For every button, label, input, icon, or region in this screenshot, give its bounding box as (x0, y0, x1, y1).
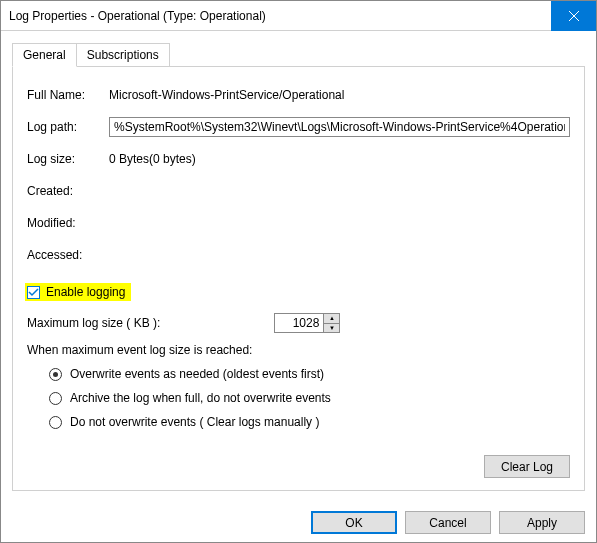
radio-donot-label: Do not overwrite events ( Clear logs man… (70, 415, 319, 429)
overflow-heading: When maximum event log size is reached: (27, 343, 570, 357)
modified-label: Modified: (27, 216, 109, 230)
window-title: Log Properties - Operational (Type: Oper… (9, 9, 266, 23)
general-panel: Full Name: Microsoft-Windows-PrintServic… (12, 66, 585, 491)
tabstrip: General Subscriptions (12, 43, 585, 67)
max-log-label: Maximum log size ( KB ): (27, 316, 160, 330)
radio-overwrite-label: Overwrite events as needed (oldest event… (70, 367, 324, 381)
logpath-input[interactable] (109, 117, 570, 137)
spinner-down[interactable]: ▼ (324, 324, 339, 333)
max-log-spinner: ▲ ▼ (274, 313, 340, 333)
close-icon (569, 11, 579, 21)
tab-subscriptions[interactable]: Subscriptions (77, 43, 170, 67)
radio-overwrite[interactable] (49, 368, 62, 381)
clear-log-button[interactable]: Clear Log (484, 455, 570, 478)
dialog-footer: OK Cancel Apply (1, 499, 596, 534)
radio-archive-label: Archive the log when full, do not overwr… (70, 391, 331, 405)
logpath-label: Log path: (27, 120, 109, 134)
titlebar: Log Properties - Operational (Type: Oper… (1, 1, 596, 31)
cancel-button[interactable]: Cancel (405, 511, 491, 534)
tab-general[interactable]: General (12, 43, 77, 67)
spinner-up[interactable]: ▲ (324, 314, 339, 324)
enable-logging-label: Enable logging (46, 285, 125, 299)
radio-donot[interactable] (49, 416, 62, 429)
fullname-label: Full Name: (27, 88, 109, 102)
apply-button[interactable]: Apply (499, 511, 585, 534)
enable-logging-row: Enable logging (25, 283, 131, 301)
close-button[interactable] (551, 1, 596, 31)
radio-archive[interactable] (49, 392, 62, 405)
fullname-value: Microsoft-Windows-PrintService/Operation… (109, 88, 570, 102)
max-log-input[interactable] (274, 313, 324, 333)
logsize-label: Log size: (27, 152, 109, 166)
logsize-value: 0 Bytes(0 bytes) (109, 152, 570, 166)
enable-logging-checkbox[interactable] (27, 286, 40, 299)
accessed-label: Accessed: (27, 248, 109, 262)
ok-button[interactable]: OK (311, 511, 397, 534)
created-label: Created: (27, 184, 109, 198)
checkmark-icon (28, 287, 39, 298)
